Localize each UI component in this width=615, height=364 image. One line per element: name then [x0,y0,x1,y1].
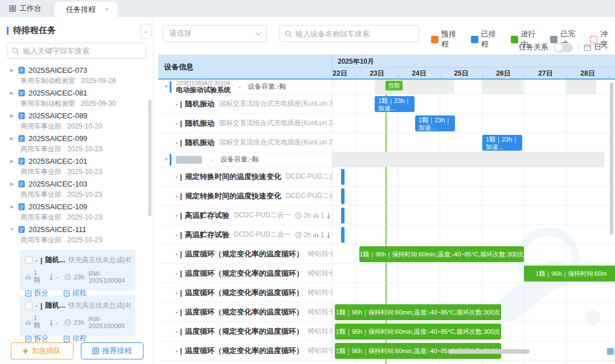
task-name: 温度循环（规定变化率的温度循环） [185,288,304,298]
task-card[interactable]: -|随机...快充高压线束总成(45...1颗-23hRW-2025100085… [19,295,136,336]
document-icon [25,290,32,297]
split-link[interactable]: 拆分 [25,288,48,298]
tree-caret-icon[interactable]: ▶ [9,204,15,209]
task-row[interactable]: -|规定转换时间的温度快速变化DCDC-PUD二合一 [158,187,615,206]
gantt-chart: 设备信息 2025年10月 22日23日24日25日26日27日28日 当前 ▼… [158,55,615,364]
tree-caret-icon[interactable]: ▶ [9,113,15,118]
task-label: -|高温贮存试验DCDC-PUD二合一2h1- [158,225,333,244]
clock-icon [295,212,302,219]
schedule-bar[interactable] [341,188,345,204]
collapse-caret-icon[interactable]: ▼ [163,84,170,89]
tree-item[interactable]: ▶2025SAICEC-089商用车事业部2025-10-20 [0,109,153,131]
day-label: 28日 [580,69,594,78]
tree-item-dept: 商用车事业部 [20,190,62,200]
schedule-link[interactable]: 排程 [63,288,87,298]
task-label: -|规定转换时间的温度快速变化DCDC-PUD二合一 [158,187,333,205]
tab-task-scheduling[interactable]: 任务排程 × [55,2,117,17]
tree-item-dept: 商用车事业部 [20,122,62,131]
schedule-bar[interactable]: 1颗｜23h｜加速... [375,96,415,112]
title-accent-bar [7,27,9,35]
tree-caret-icon[interactable]: ▼ [9,227,15,232]
view-mode-selector[interactable]: 日 [584,42,608,52]
sidebar-scrollbar[interactable] [148,100,151,216]
checkbox[interactable] [25,302,32,309]
task-device: 国标交直流组合式充电插座(KunLun 30) [219,118,333,128]
tree-item[interactable]: ▼2025SAICEC-111商用车事业部2025-10-23 [0,222,153,245]
schedule-bar[interactable] [341,227,345,243]
device-search-input[interactable] [296,30,413,38]
day-tick [609,76,609,79]
tree-caret-icon[interactable]: ▶ [9,181,15,187]
device-capacity: 设备容量:-颗 [248,82,286,92]
recommend-icon [92,348,99,354]
task-name: 温度循环（规定变化率的温度循环） [185,326,304,337]
task-row[interactable]: -|温度循环（规定变化率的温度循环）铸铝转子异1颗｜96h｜保持时间:60m [158,264,615,283]
task-row[interactable]: -|随机振动国标交直流组合式充电插座(KunLun 30)1颗｜23h｜加速..… [158,133,615,152]
keyword-search-input[interactable] [23,47,141,55]
task-name: 高温贮存试验 [185,230,229,240]
timeline-cell [333,225,615,244]
task-relation-toggle[interactable] [554,43,573,52]
task-row[interactable]: -|温度循环（规定变化率的温度循环）铸铝转子异1颗｜96h｜保持时间:60min… [158,322,615,341]
tab-task-scheduling-label: 任务排程 [66,5,96,15]
panel-collapse-button[interactable]: ‹ [140,24,151,39]
tree-caret-icon[interactable]: ▶ [9,159,15,164]
urgent-insert-button[interactable]: 加急插队 [11,342,73,359]
task-card[interactable]: -|随机...快充高压线束总成(45...1颗-23hRW-2025100084… [19,250,136,291]
tab-workbench[interactable]: 工作台 [0,3,51,14]
tree-item-date: 2025-10-23 [67,191,102,198]
recommend-schedule-button[interactable]: 推荐排程 [81,342,144,359]
tree-caret-icon[interactable]: ▶ [9,90,15,96]
task-row[interactable]: -|温度循环（规定变化率的温度循环）铸铝转子异1颗｜96h｜保持时间:60min… [158,341,615,361]
tree-caret-icon[interactable]: ▶ [9,68,15,73]
schedule-bar[interactable]: 1颗｜96h｜保持时间:60min,温度:-40~85°C,循环次数:300次 [335,304,501,320]
task-row[interactable]: -|规定转换时间的温度快速变化DCDC-PUD二合一 [158,167,615,187]
tree-caret-icon[interactable]: ▶ [9,136,15,141]
task-row[interactable]: -|温度循环（规定变化率的温度循环）铸铝转子异 [158,283,615,303]
checkbox[interactable] [25,257,32,264]
schedule-bar[interactable]: 1颗｜96h｜保持时间:60min,温度:-40~85°C,循环次数:300次 [359,246,524,262]
scroll-corner-button[interactable] [607,348,614,355]
task-name: 温度循环（规定变化率的温度循环） [185,346,304,356]
task-name: 温度循环（规定变化率的温度循环） [185,307,304,317]
device-group-row[interactable]: ▼-设备容量:-颗 [158,152,615,167]
timeline-cell: 1颗｜23h｜加速... [333,114,615,133]
tree-item[interactable]: ▶2025SAICEC-081乘用车制动检测室2025-09-30 [0,86,153,109]
task-duration: 2h [304,231,311,239]
schedule-bar[interactable]: 1颗｜96h｜保持时间:60m [524,266,615,282]
timeline-cell [333,80,615,94]
task-device: DCDC-PUD二合一 [234,210,291,220]
task-label: -|温度循环（规定变化率的温度循环）铸铝转子异 [158,303,333,321]
schedule-bar[interactable]: 1颗｜23h｜加速... [415,115,455,131]
document-icon [18,226,25,233]
tree-item[interactable]: ▶2025SAICEC-109商用车事业部2025-10-23 [0,200,153,222]
schedule-bar[interactable] [341,208,345,224]
schedule-bar[interactable] [341,169,345,185]
tree-item[interactable]: ▶2025SAICEC-101商用车事业部2025-10-23 [0,154,153,177]
horizontal-scrollbar[interactable] [448,349,530,354]
filter-select[interactable]: 请选择 [163,25,266,42]
legend-label: 预排程 [441,29,464,49]
tree-item-id: 2025SAICEC-109 [28,202,87,211]
close-icon[interactable]: × [105,6,109,13]
tree-item[interactable]: ▶2025SAICEC-099商用车事业部2025-10-23 [0,131,153,154]
vertical-scrollbar[interactable] [610,82,613,235]
tree-item[interactable]: ▶2025SAICEC-103商用车事业部2025-10-23 [0,177,153,200]
task-row[interactable]: -|高温贮存试验DCDC-PUD二合一2h1- [158,206,615,225]
schedule-bar[interactable]: 1颗｜23h｜加速... [482,135,522,151]
day-label: 26日 [496,69,510,78]
clock-icon [64,274,71,280]
task-tree: ▶2025SAICEC-073乘用车制动检测室2025-09-26▶2025SA… [0,63,153,245]
device-info-header: 设备信息 [158,55,333,78]
task-row[interactable]: -|温度循环（规定变化率的温度循环）铸铝转子异1颗｜96h｜保持时间:60min… [158,245,615,264]
task-row[interactable]: -|高温贮存试验DCDC-PUD二合一2h1- [158,225,615,245]
collapse-caret-icon[interactable]: ▼ [163,157,170,162]
task-name: 随机振动 [185,138,215,148]
tree-item-dept: 乘用车制动检测室 [20,99,75,109]
task-row[interactable]: -|随机振动国标交直流组合式充电插座(KunLun 30)1颗｜23h｜加速..… [158,94,615,114]
bar-chart-icon [313,231,319,238]
schedule-bar[interactable]: 1颗｜96h｜保持时间:60min,温度:-40~85°C,循环次数:300次 [335,324,501,340]
task-row[interactable]: -|随机振动国标交直流组合式充电插座(KunLun 30)1颗｜23h｜加速..… [158,114,615,133]
task-row[interactable]: -|温度循环（规定变化率的温度循环）铸铝转子异1颗｜96h｜保持时间:60min… [158,303,615,322]
tree-item[interactable]: ▶2025SAICEC-073乘用车制动检测室2025-09-26 [0,63,153,86]
